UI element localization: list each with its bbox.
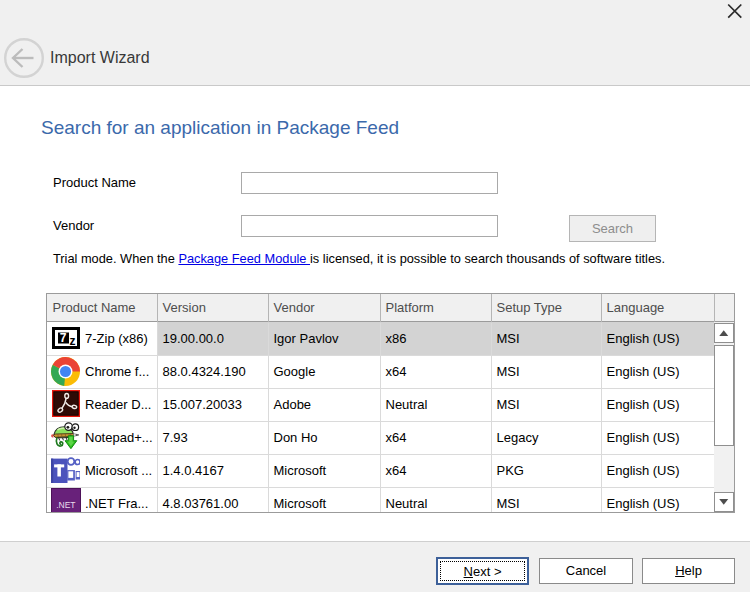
svg-text:.NET: .NET [56, 500, 75, 510]
svg-text:z: z [70, 334, 76, 348]
svg-text:7: 7 [60, 331, 67, 345]
